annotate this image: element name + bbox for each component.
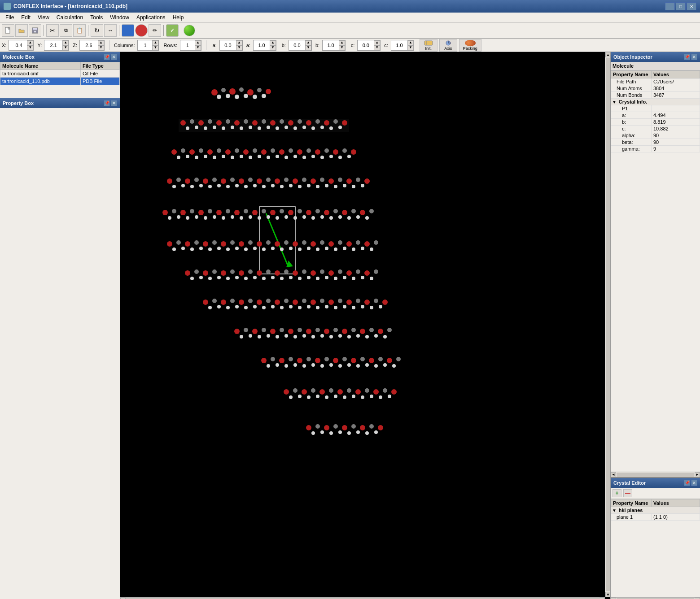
- y-input[interactable]: [44, 40, 62, 50]
- c-pos-spin-up[interactable]: ▲: [407, 40, 414, 45]
- toolbar-sphere[interactable]: [184, 25, 195, 36]
- x-spin-up[interactable]: ▲: [27, 40, 33, 45]
- menu-help[interactable]: Help: [169, 13, 188, 22]
- v-scroll-track[interactable]: [606, 58, 610, 591]
- c-neg-spin-down[interactable]: ▼: [374, 45, 380, 50]
- viewport[interactable]: ◄ ► ▲ ▼: [120, 52, 610, 599]
- crystal-h-scroll[interactable]: ◄ ►: [611, 597, 700, 599]
- toolbar-color-blue[interactable]: [122, 24, 134, 37]
- rows-spin-up[interactable]: ▲: [195, 40, 201, 45]
- inspector-h-scroll-left[interactable]: ◄: [611, 472, 616, 477]
- crystal-add-button[interactable]: +: [612, 489, 621, 497]
- property-box-close[interactable]: ✕: [111, 100, 117, 106]
- crystal-h-scroll-right[interactable]: ►: [695, 598, 700, 599]
- v-scroll-up[interactable]: ▲: [605, 52, 610, 57]
- x-input[interactable]: [9, 40, 27, 50]
- columns-spin-down[interactable]: ▼: [152, 45, 158, 50]
- b-neg-spin-up[interactable]: ▲: [305, 40, 311, 45]
- crystal-editor-close[interactable]: ✕: [691, 480, 697, 486]
- title-bar-buttons[interactable]: — □ ✕: [665, 2, 696, 10]
- toolbar-check[interactable]: ✓: [166, 24, 179, 37]
- menu-calculation[interactable]: Calculation: [53, 13, 87, 22]
- menu-view[interactable]: View: [34, 13, 53, 22]
- menu-edit[interactable]: Edit: [18, 13, 34, 22]
- molecule-box-pin[interactable]: 📌: [104, 54, 110, 60]
- rows-input-wrapper[interactable]: ▲ ▼: [180, 40, 201, 51]
- b-pos-input[interactable]: [323, 40, 339, 50]
- b-neg-input[interactable]: [289, 40, 305, 50]
- molecule-box-close[interactable]: ✕: [111, 54, 117, 60]
- b-pos-input-wrapper[interactable]: ▲ ▼: [322, 40, 346, 51]
- inspector-h-scroll-right[interactable]: ►: [695, 472, 700, 477]
- toolbar-copy[interactable]: ⧉: [60, 24, 72, 37]
- b-pos-spin-down[interactable]: ▼: [339, 45, 345, 50]
- rows-spin-down[interactable]: ▼: [195, 45, 201, 50]
- maximize-button[interactable]: □: [676, 2, 686, 10]
- toolbar-translate[interactable]: ↔: [104, 24, 117, 37]
- molecule-row[interactable]: tartronicacid.cmfCif File: [0, 70, 120, 78]
- toolbar-open[interactable]: [15, 24, 28, 37]
- h-scroll-right[interactable]: ►: [599, 598, 605, 599]
- c-pos-input-wrapper[interactable]: ▲ ▼: [391, 40, 414, 51]
- a-pos-input[interactable]: [254, 40, 270, 50]
- crystal-h-scroll-left[interactable]: ◄: [611, 598, 616, 599]
- viewport-v-scroll[interactable]: ▲ ▼: [605, 52, 610, 597]
- viewport-h-scroll[interactable]: ◄ ►: [120, 597, 605, 599]
- a-neg-spin-down[interactable]: ▼: [236, 45, 242, 50]
- x-input-wrapper[interactable]: ▲ ▼: [9, 40, 34, 51]
- b-neg-input-wrapper[interactable]: ▲ ▼: [289, 40, 312, 51]
- c-neg-spin-up[interactable]: ▲: [374, 40, 380, 45]
- property-box-pin[interactable]: 📌: [104, 100, 110, 106]
- z-input[interactable]: [80, 40, 98, 50]
- c-neg-input[interactable]: [358, 40, 374, 50]
- inspector-close[interactable]: ✕: [691, 54, 697, 60]
- z-spin-down[interactable]: ▼: [98, 45, 104, 50]
- crystal-expand-icon[interactable]: ▼: [612, 508, 618, 513]
- c-pos-spin-down[interactable]: ▼: [407, 45, 414, 50]
- c-neg-input-wrapper[interactable]: ▲ ▼: [357, 40, 381, 51]
- crystal-remove-button[interactable]: —: [623, 489, 632, 497]
- y-spin-down[interactable]: ▼: [62, 45, 69, 50]
- inspector-pin[interactable]: 📌: [684, 54, 690, 60]
- a-neg-input[interactable]: [220, 40, 236, 50]
- toolbar-draw[interactable]: ✏: [149, 24, 161, 37]
- molecule-row[interactable]: tartronicacid_110.pdbPDB File: [0, 78, 120, 85]
- menu-window[interactable]: Window: [106, 13, 133, 22]
- a-pos-spin-up[interactable]: ▲: [270, 40, 276, 45]
- columns-input-wrapper[interactable]: ▲ ▼: [137, 40, 159, 51]
- close-button[interactable]: ✕: [687, 2, 696, 10]
- a-pos-spin-down[interactable]: ▼: [270, 45, 276, 50]
- z-input-wrapper[interactable]: ▲ ▼: [79, 40, 105, 51]
- y-spin-up[interactable]: ▲: [62, 40, 69, 45]
- x-spin-down[interactable]: ▼: [27, 45, 33, 50]
- menu-file[interactable]: File: [2, 13, 18, 22]
- c-pos-input[interactable]: [391, 40, 407, 50]
- toolbar-paste[interactable]: 📋: [73, 24, 86, 37]
- toolbar-new[interactable]: [2, 24, 14, 37]
- h-scroll-left[interactable]: ◄: [120, 598, 126, 599]
- y-input-wrapper[interactable]: ▲ ▼: [44, 40, 69, 51]
- rows-input[interactable]: [180, 40, 195, 50]
- packing-button[interactable]: Packing: [459, 39, 481, 52]
- toolbar-save[interactable]: [29, 24, 41, 37]
- a-neg-input-wrapper[interactable]: ▲ ▼: [219, 40, 243, 51]
- z-spin-up[interactable]: ▲: [98, 40, 104, 45]
- crystal-editor-pin[interactable]: 📌: [684, 480, 690, 486]
- inspector-h-scroll-track[interactable]: [617, 473, 694, 477]
- columns-spin-up[interactable]: ▲: [152, 40, 158, 45]
- a-neg-spin-up[interactable]: ▲: [236, 40, 242, 45]
- inspector-h-scroll[interactable]: ◄ ►: [611, 472, 700, 477]
- b-neg-spin-down[interactable]: ▼: [305, 45, 311, 50]
- a-pos-input-wrapper[interactable]: ▲ ▼: [253, 40, 276, 51]
- b-pos-spin-up[interactable]: ▲: [339, 40, 345, 45]
- init-button[interactable]: Init.: [420, 39, 438, 52]
- axis-button[interactable]: Axis: [439, 39, 457, 52]
- menu-tools[interactable]: Tools: [87, 13, 106, 22]
- toolbar-rotate[interactable]: ↻: [91, 24, 103, 37]
- menu-applications[interactable]: Applications: [133, 13, 169, 22]
- v-scroll-down[interactable]: ▼: [605, 592, 610, 597]
- columns-input[interactable]: [138, 40, 152, 50]
- minimize-button[interactable]: —: [665, 2, 675, 10]
- expand-icon[interactable]: ▼: [612, 100, 618, 104]
- toolbar-color-red[interactable]: [135, 24, 148, 37]
